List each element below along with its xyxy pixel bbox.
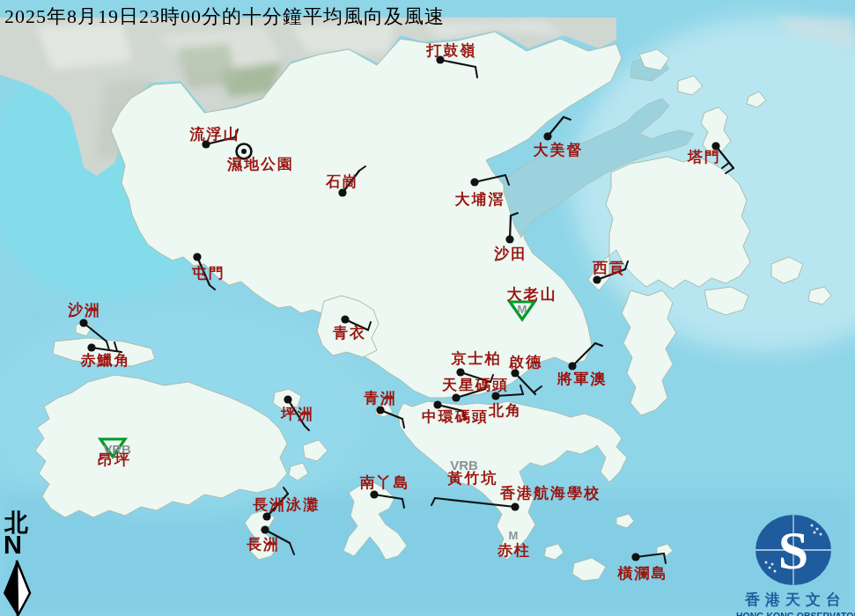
hko-logo-emblem: S: [755, 515, 831, 585]
svg-text:S: S: [778, 520, 808, 580]
station-dot: [543, 132, 551, 140]
station-dot: [568, 362, 576, 370]
station-dot: [470, 178, 478, 186]
station-dot: [338, 188, 346, 196]
station-dot: [376, 406, 384, 414]
station-dot: [433, 400, 441, 408]
station-dot: [491, 392, 499, 400]
station-dot: [452, 393, 460, 401]
station-dot: [370, 490, 378, 498]
station-dot: [711, 142, 719, 150]
station-dot: [284, 395, 291, 403]
station-dot: [593, 275, 601, 283]
station-dot: [262, 512, 270, 520]
station-dot: [193, 253, 201, 260]
station-dot: [511, 369, 519, 377]
station-dot: [631, 553, 639, 561]
station-dot: [456, 368, 464, 376]
hong-kong-map: S: [0, 0, 855, 616]
station-dot: [261, 525, 269, 533]
station-dot: [79, 319, 87, 326]
station-dot: [202, 140, 210, 148]
station-dot: [436, 55, 444, 63]
station-dot: [87, 343, 95, 351]
wind-map-screenshot: S 2025年8月19日23時00分的十分鐘平均風向及風速 打鼓嶺流浮山濕地公園…: [0, 0, 855, 616]
calm-wind-center: [241, 149, 247, 154]
station-dot: [341, 315, 349, 323]
station-dot: [505, 235, 513, 243]
station-dot: [511, 502, 519, 510]
